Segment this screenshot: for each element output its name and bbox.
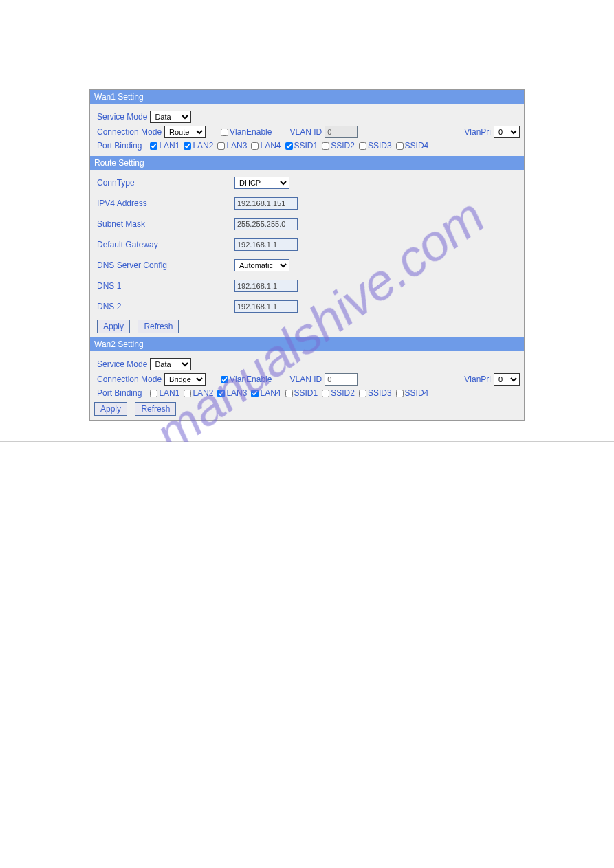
wan1-port-lan4-label: LAN4 <box>260 141 281 151</box>
wan1-port-lan2-label: LAN2 <box>193 141 213 151</box>
wan2-port-binding-row: Port Binding LAN1LAN2LAN3LAN4SSID1SSID2S… <box>97 387 520 399</box>
route-ipv4-address-input[interactable] <box>234 197 298 210</box>
wan1-vlan-id-input[interactable] <box>325 126 358 138</box>
wan1-service-mode-label: Service Mode <box>97 112 147 122</box>
wan2-port-ssid2-label: SSID2 <box>331 388 355 398</box>
wan2-vlan-id-label: VLAN ID <box>289 375 322 384</box>
wan1-vlan-pri-select[interactable]: 0 <box>494 126 520 138</box>
route-apply-button[interactable]: Apply <box>97 320 130 333</box>
wan2-port-lan2-checkbox[interactable] <box>184 390 191 397</box>
wan2-body: Service Mode Data Connection Mode Bridge… <box>90 351 524 420</box>
wan1-connection-mode-select[interactable]: Route <box>164 126 206 138</box>
wan1-port-binding-label: Port Binding <box>97 141 142 151</box>
wan2-port-ssid4-checkbox[interactable] <box>396 390 404 397</box>
wan1-port-ssid3-label: SSID3 <box>368 141 392 151</box>
wan2-port-lan1-checkbox[interactable] <box>150 390 157 397</box>
wan2-port-lan1-label: LAN1 <box>159 388 179 398</box>
route-default-gateway-label: Default Gateway <box>97 240 234 249</box>
route-dns-server-config-label: DNS Server Config <box>97 260 234 270</box>
wan2-vlan-enable-label: VlanEnable <box>230 375 272 384</box>
wan1-port-ssid1-checkbox[interactable] <box>285 142 293 150</box>
wan1-port-binding-row: Port Binding LAN1LAN2LAN3LAN4SSID1SSID2S… <box>97 140 520 152</box>
route-conntype-label: ConnType <box>97 178 234 188</box>
wan1-header: Wan1 Setting <box>90 90 524 104</box>
route-dns-server-config-select[interactable]: Automatic <box>234 259 289 271</box>
wan2-port-lan4-label: LAN4 <box>260 388 281 398</box>
wan2-port-ssid2-checkbox[interactable] <box>322 390 329 397</box>
wan1-vlan-enable-label: VlanEnable <box>230 127 272 137</box>
wan1-port-lan1-checkbox[interactable] <box>150 142 157 150</box>
wan1-service-mode-select[interactable]: Data <box>150 111 191 123</box>
route-refresh-button[interactable]: Refresh <box>138 320 179 333</box>
wan1-port-lan3-checkbox[interactable] <box>217 142 225 150</box>
wan1-port-lan4-checkbox[interactable] <box>251 142 259 150</box>
route-subnet-mask-label: Subnet Mask <box>97 219 234 229</box>
route-dns-2-input[interactable] <box>234 300 298 313</box>
route-dns-1-label: DNS 1 <box>97 281 234 291</box>
page-divider <box>0 441 614 442</box>
wan2-port-ssid4-label: SSID4 <box>405 388 429 398</box>
wan2-vlan-id-input[interactable] <box>325 373 358 386</box>
wan2-connection-mode-label: Connection Mode <box>97 375 162 384</box>
wan1-body: Service Mode Data Connection Mode Route … <box>90 104 524 156</box>
wan1-vlan-enable-checkbox[interactable] <box>221 129 228 136</box>
wan1-port-ssid2-checkbox[interactable] <box>322 142 329 150</box>
wan2-port-ssid3-checkbox[interactable] <box>359 390 366 397</box>
wan1-port-ssid4-checkbox[interactable] <box>396 142 404 150</box>
route-ipv4-address-label: IPV4 Address <box>97 199 234 208</box>
route-default-gateway-input[interactable] <box>234 238 298 251</box>
wan2-port-lan3-checkbox[interactable] <box>217 390 225 397</box>
wan2-header: Wan2 Setting <box>90 337 524 351</box>
wan1-port-ssid3-checkbox[interactable] <box>359 142 366 150</box>
wan2-service-mode-label: Service Mode <box>97 359 147 369</box>
wan2-port-ssid3-label: SSID3 <box>368 388 392 398</box>
wan2-vlan-enable-checkbox[interactable] <box>221 376 228 383</box>
route-conntype-select[interactable]: DHCP <box>234 177 289 189</box>
wan1-port-ssid1-label: SSID1 <box>294 141 318 151</box>
wan2-vlan-pri-label: VlanPri <box>464 375 491 384</box>
wan1-vlan-pri-label: VlanPri <box>464 127 491 137</box>
wan1-vlan-id-label: VLAN ID <box>289 127 322 137</box>
wan2-vlan-pri-select[interactable]: 0 <box>494 373 520 386</box>
wan2-port-binding-label: Port Binding <box>97 388 142 398</box>
wan2-port-lan3-label: LAN3 <box>226 388 247 398</box>
wan2-connection-mode-select[interactable]: Bridge <box>164 373 206 386</box>
route-subnet-mask-input[interactable] <box>234 218 298 230</box>
wan-settings-panel: Wan1 Setting Service Mode Data Connectio… <box>89 89 525 421</box>
wan1-port-lan3-label: LAN3 <box>226 141 247 151</box>
route-body: ConnTypeDHCPIPV4 AddressSubnet MaskDefau… <box>90 170 524 337</box>
wan1-port-lan2-checkbox[interactable] <box>184 142 191 150</box>
wan2-port-ssid1-checkbox[interactable] <box>285 390 293 397</box>
route-dns-1-input[interactable] <box>234 280 298 292</box>
wan2-port-lan2-label: LAN2 <box>193 388 213 398</box>
wan1-port-ssid4-label: SSID4 <box>405 141 429 151</box>
route-header: Route Setting <box>90 156 524 170</box>
wan1-port-ssid2-label: SSID2 <box>331 141 355 151</box>
route-dns-2-label: DNS 2 <box>97 302 234 311</box>
wan2-refresh-button[interactable]: Refresh <box>135 402 176 416</box>
wan2-service-mode-select[interactable]: Data <box>150 358 191 370</box>
wan1-port-lan1-label: LAN1 <box>159 141 179 151</box>
wan2-port-ssid1-label: SSID1 <box>294 388 318 398</box>
wan2-port-lan4-checkbox[interactable] <box>251 390 259 397</box>
wan2-apply-button[interactable]: Apply <box>94 402 127 416</box>
wan1-connection-mode-label: Connection Mode <box>97 127 162 137</box>
